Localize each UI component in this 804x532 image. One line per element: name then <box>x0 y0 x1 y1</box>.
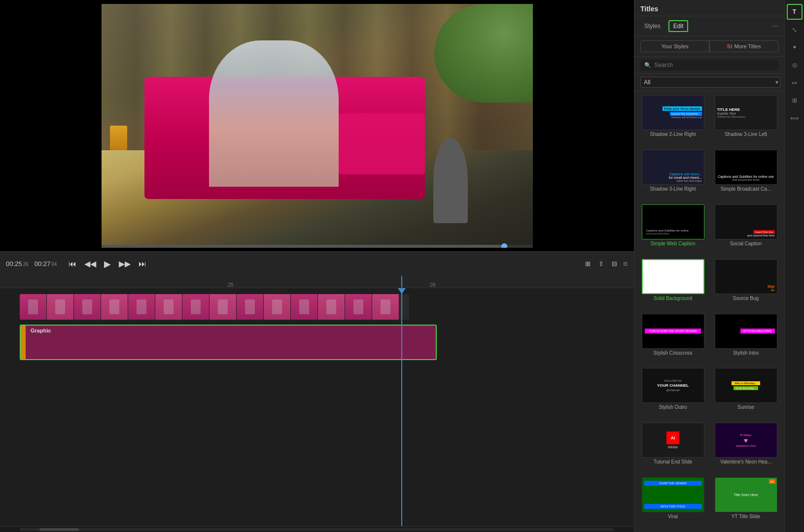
title-thumb-webcaption: Captions and Subtitles for online and ar… <box>642 204 704 239</box>
fit-button[interactable]: ⊞ <box>787 93 803 108</box>
title-name-broadcast: Simple Broadcast Ca... <box>715 186 777 192</box>
search-input[interactable] <box>654 62 774 68</box>
search-wrap: 🔍 <box>640 60 778 70</box>
transport-controls: 00:25 26 00:27 04 ⏮ ◀◀ ▶ ▶▶ ⏭ ⊞ ⇧ ⊟ ≡ <box>0 251 634 276</box>
tab-edit[interactable]: Edit <box>668 20 689 32</box>
total-time: 00:27 <box>35 260 51 267</box>
video-clip[interactable] <box>20 294 409 320</box>
title-item-yttitle[interactable]: T▾ Title Goes Here YT Title Slide <box>709 475 782 530</box>
time-display: 00:25 26 00:27 04 <box>6 260 57 267</box>
clip-handle[interactable] <box>21 326 26 359</box>
video-thumbnail <box>318 294 345 320</box>
skip-to-start-button[interactable]: ⏮ <box>67 258 78 270</box>
title-thumb-viral: GRAB THE VIEWER WITH THIS TITLE! <box>642 477 704 512</box>
style-toggle-area: Your Styles StMore Titles <box>634 36 784 57</box>
video-thumbnail <box>237 294 264 320</box>
title-thumb-valentine: ♥ Happy ♥ Valentine's Day <box>715 423 777 458</box>
filter-select[interactable]: All Lower Thirds Captions Social Backgro… <box>640 77 780 88</box>
title-name-social: Social Caption <box>715 241 777 246</box>
filter-row: All Lower Thirds Captions Social Backgro… <box>634 74 784 91</box>
title-thumb-sunrise: Why is Monday... so far from friday... <box>715 368 777 403</box>
title-item-shadow3l[interactable]: TITLE HERE Subtitle Text Additional info… <box>709 93 782 148</box>
title-name-intro: Stylish Intro <box>715 350 777 356</box>
title-name-yttitle: YT Title Slide <box>715 514 777 519</box>
scrollbar-track[interactable] <box>20 528 614 531</box>
search-area: 🔍 <box>634 57 784 74</box>
video-preview <box>0 0 634 251</box>
title-name-shadow3r: Shadow 3-Line Right <box>642 186 704 192</box>
title-item-shadow3r[interactable]: Captions one liners... for small and mix… <box>636 148 709 202</box>
fit-view-button[interactable]: ⊞ <box>583 258 593 269</box>
timeline-ruler: :25 :26 <box>0 276 634 288</box>
title-item-viral[interactable]: GRAB THE VIEWER WITH THIS TITLE! Viral <box>636 475 709 530</box>
title-item-social[interactable]: Insert first line and second line here S… <box>709 202 782 257</box>
title-item-broadcast[interactable]: Captions and Subtitles for online use an… <box>709 148 782 202</box>
video-thumbnail <box>264 294 291 320</box>
title-thumb-crisscross: THIS IS HOW THE STORY BEGINS <box>642 314 704 349</box>
title-item-crisscross[interactable]: THIS IS HOW THE STORY BEGINS Stylish Cri… <box>636 312 709 366</box>
transform-button[interactable]: ⤡ <box>787 22 803 37</box>
video-thumbnail <box>291 294 318 320</box>
video-thumbnail <box>47 294 74 320</box>
play-button[interactable]: ▶ <box>102 257 113 271</box>
step-back-button[interactable]: ◀◀ <box>82 257 98 270</box>
video-thumbnail <box>20 294 47 320</box>
panel-header: Titles <box>634 0 784 16</box>
graphic-track-row: Graphic <box>20 324 634 363</box>
title-name-tutorial: Tutorial End Slide <box>642 459 704 465</box>
title-thumb-intro: STYLISH WELCOME <box>715 314 777 349</box>
title-item-shadow2r[interactable]: Keep your focus always toward the sunshi… <box>636 93 709 148</box>
video-thumbnail <box>128 294 155 320</box>
more-titles-button[interactable]: StMore Titles <box>709 40 778 52</box>
graphic-clip[interactable]: Graphic <box>20 325 437 360</box>
title-name-shadow3l: Shadow 3-Line Left <box>715 132 777 137</box>
title-thumb-shadow3l: TITLE HERE Subtitle Text Additional info… <box>715 95 777 130</box>
skip-to-end-button[interactable]: ⏭ <box>137 258 148 270</box>
timeline-area: :25 :26 <box>0 276 634 532</box>
video-track-content[interactable] <box>20 292 634 322</box>
title-thumb-sourcebug: Styl ish <box>715 259 777 294</box>
your-styles-button[interactable]: Your Styles <box>640 40 709 52</box>
video-thumbnail <box>155 294 182 320</box>
more-options[interactable]: ≡ <box>623 260 628 268</box>
step-forward-button[interactable]: ▶▶ <box>117 257 133 270</box>
search-icon: 🔍 <box>644 62 651 68</box>
panel-more-options[interactable]: ··· <box>772 22 778 31</box>
current-frames: 26 <box>23 262 29 267</box>
video-thumbnail <box>345 294 372 320</box>
title-name-sourcebug: Source Bug <box>715 296 777 301</box>
title-thumb-solidbg <box>642 259 704 294</box>
titles-panel: Titles Styles Edit ··· Your Styles StMor… <box>634 0 784 532</box>
scrollbar-thumb[interactable] <box>39 528 79 531</box>
audio-button[interactable]: ◎ <box>787 57 803 73</box>
title-item-sunrise[interactable]: Why is Monday... so far from friday... S… <box>709 366 782 421</box>
effects-button[interactable]: ✦ <box>787 39 803 55</box>
title-name-viral: Viral <box>642 514 704 519</box>
titles-panel-button[interactable]: T <box>787 4 803 20</box>
title-item-valentine[interactable]: ♥ Happy ♥ Valentine's Day Valentine's Ne… <box>709 421 782 475</box>
title-thumb-social: Insert first line and second line here <box>715 204 777 239</box>
settings-button[interactable]: ⊟ <box>610 258 619 269</box>
title-thumb-outro: FOLLOW US YOUR CHANNEL @channel <box>642 368 704 403</box>
title-item-intro[interactable]: STYLISH WELCOME Stylish Intro <box>709 312 782 366</box>
align-button[interactable]: ⟺ <box>787 110 803 126</box>
title-item-sourcebug[interactable]: Styl ish Source Bug <box>709 257 782 312</box>
export-button[interactable]: ⇧ <box>596 258 606 269</box>
tab-styles[interactable]: Styles <box>640 21 664 31</box>
icon-sidebar: T ⤡ ✦ ◎ ↦ ⊞ ⟺ <box>784 0 804 532</box>
video-thumbnail <box>182 294 210 320</box>
title-item-tutorial[interactable]: Ai Adobe Tutorial End Slide <box>636 421 709 475</box>
timeline-tracks: Graphic <box>0 288 634 526</box>
video-thumbnail <box>372 294 399 320</box>
video-thumbnail <box>101 294 128 320</box>
speed-button[interactable]: ↦ <box>787 75 803 91</box>
graphic-track-content[interactable]: Graphic <box>20 324 634 363</box>
title-item-webcaption[interactable]: Captions and Subtitles for online and ar… <box>636 202 709 257</box>
title-item-solidbg[interactable]: Solid Background <box>636 257 709 312</box>
panel-tabs: Styles Edit ··· <box>634 16 784 36</box>
title-thumb-shadow3r: Captions one liners... for small and mix… <box>642 150 704 185</box>
timeline-scrollbar[interactable] <box>0 526 634 532</box>
ruler-mark-25: :25 <box>227 282 234 288</box>
video-thumbnail <box>210 294 237 320</box>
title-item-outro[interactable]: FOLLOW US YOUR CHANNEL @channel Stylish … <box>636 366 709 421</box>
